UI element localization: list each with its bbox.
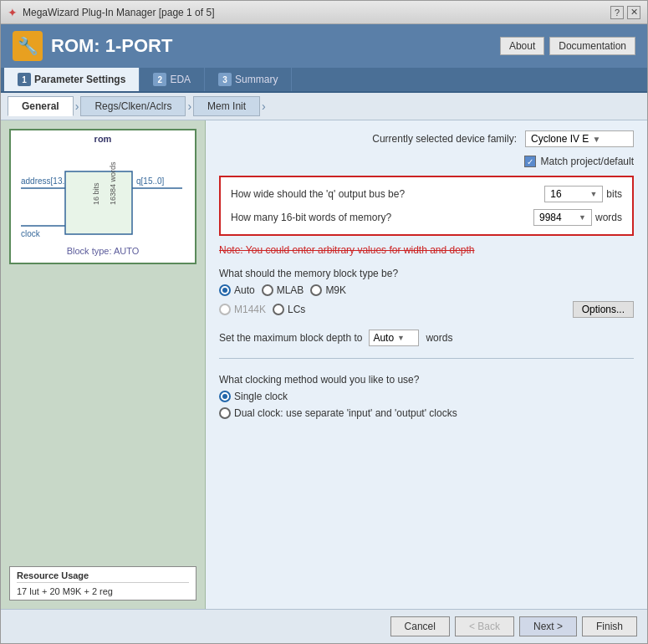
clocking-section: What clocking method would you like to u… — [219, 374, 634, 419]
block-type-label: Block type: AUTO — [18, 246, 188, 256]
svg-text:q[15..0]: q[15..0] — [136, 176, 165, 186]
main-window: ✦ MegaWizard Plug-In Manager [page 1 of … — [0, 0, 648, 644]
radio-dual-clock-button[interactable] — [219, 407, 231, 419]
tab-parameter-settings[interactable]: 1 Parameter Settings — [4, 68, 140, 91]
radio-single-clock-button[interactable] — [219, 391, 231, 402]
header-area: 🔧 ROM: 1-PORT About Documentation — [1, 24, 647, 68]
radio-lcs[interactable]: LCs — [273, 304, 305, 315]
options-button[interactable]: Options... — [573, 301, 634, 318]
svg-text:16384 words: 16384 words — [109, 161, 117, 205]
cancel-button[interactable]: Cancel — [390, 616, 450, 636]
match-project-label: Match project/default — [541, 156, 634, 167]
subtab-label-meminit: Mem Init — [207, 100, 246, 112]
radio-m9k-label: M9K — [325, 284, 346, 296]
next-button[interactable]: Next > — [519, 616, 577, 636]
titlebar: ✦ MegaWizard Plug-In Manager [page 1 of … — [1, 1, 647, 24]
memory-block-options-row2: M144K LCs Options... — [219, 301, 634, 318]
red-params-section: How wide should the 'q' output bus be? 1… — [219, 176, 634, 236]
q-width-right: 16 ▼ bits — [544, 186, 622, 202]
block-diagram-inner: address[13..0] clock 16 bits 16384 words — [18, 151, 188, 243]
app-icon: ✦ — [8, 6, 18, 19]
radio-mlab-label: MLAB — [277, 284, 304, 296]
memory-block-label: What should the memory block type be? — [219, 268, 634, 279]
right-panel: Currently selected device family: Cyclon… — [206, 120, 647, 609]
subtab-navigation: General › Regs/Clken/Aclrs › Mem Init › — [1, 93, 647, 120]
radio-auto[interactable]: Auto — [219, 284, 255, 296]
radio-m144k: M144K — [219, 304, 266, 315]
close-button[interactable]: ✕ — [627, 6, 640, 19]
window-title: MegaWizard Plug-In Manager [page 1 of 5] — [23, 7, 214, 18]
titlebar-left: ✦ MegaWizard Plug-In Manager [page 1 of … — [8, 6, 214, 19]
main-content: rom address[13..0] clock — [1, 120, 647, 609]
svg-text:16 bits: 16 bits — [92, 182, 100, 205]
header-title: 🔧 ROM: 1-PORT — [13, 31, 172, 61]
page-title: ROM: 1-PORT — [51, 35, 172, 57]
radio-single-clock[interactable]: Single clock — [219, 391, 634, 402]
memory-depth-input[interactable]: 9984 ▼ — [533, 209, 592, 226]
resource-usage-text: 17 lut + 20 M9K + 2 reg — [17, 586, 189, 596]
help-button[interactable]: ? — [610, 6, 624, 19]
radio-dual-clock[interactable]: Dual clock: use separate 'input' and 'ou… — [219, 407, 634, 419]
tab-label-2: EDA — [170, 74, 191, 85]
subtab-meminit[interactable]: Mem Init — [193, 96, 260, 116]
radio-auto-button[interactable] — [219, 284, 231, 296]
block-diagram-title: rom — [94, 134, 112, 144]
device-family-arrow: ▼ — [592, 135, 600, 144]
device-family-label: Currently selected device family: — [372, 133, 517, 145]
memory-block-section: What should the memory block type be? Au… — [219, 264, 634, 321]
memory-block-options: Auto MLAB M9K — [219, 284, 634, 296]
q-width-dropdown-arrow: ▼ — [589, 190, 597, 198]
header-buttons: About Documentation — [500, 37, 635, 55]
device-family-select[interactable]: Cyclone IV E ▼ — [525, 130, 634, 147]
subtab-arrow-3: › — [262, 100, 266, 113]
memory-depth-unit: words — [595, 212, 622, 223]
header-icon: 🔧 — [13, 31, 43, 61]
radio-auto-label: Auto — [234, 284, 255, 296]
max-depth-arrow: ▼ — [397, 334, 405, 342]
device-family-value: Cyclone IV E — [531, 133, 589, 145]
about-button[interactable]: About — [500, 37, 544, 55]
tab-num-2: 2 — [153, 73, 166, 86]
back-button[interactable]: < Back — [455, 616, 514, 636]
max-depth-value: Auto — [373, 332, 394, 344]
subtab-label-general: General — [22, 100, 59, 112]
documentation-button[interactable]: Documentation — [549, 37, 635, 55]
finish-button[interactable]: Finish — [582, 616, 637, 636]
svg-text:clock: clock — [21, 229, 41, 238]
radio-m9k[interactable]: M9K — [310, 284, 346, 296]
memory-depth-row: How many 16-bit words of memory? 9984 ▼ … — [231, 209, 622, 226]
max-depth-select[interactable]: Auto ▼ — [369, 330, 419, 346]
clocking-options: Single clock Dual clock: use separate 'i… — [219, 391, 634, 419]
tab-label-3: Summary — [235, 74, 278, 85]
tab-eda[interactable]: 2 EDA — [140, 68, 205, 91]
resource-usage-title: Resource Usage — [17, 570, 189, 583]
tab-label-1: Parameter Settings — [34, 74, 125, 85]
note-text: Note: You could enter arbitrary values f… — [219, 244, 634, 256]
subtab-regs[interactable]: Regs/Clken/Aclrs — [80, 96, 186, 116]
checkbox-check: ✓ — [527, 157, 533, 166]
left-panel: rom address[13..0] clock — [1, 120, 206, 609]
device-family-row: Currently selected device family: Cyclon… — [219, 130, 634, 147]
memory-depth-right: 9984 ▼ words — [533, 209, 622, 226]
subtab-arrow-2: › — [187, 100, 191, 113]
q-width-input[interactable]: 16 ▼ — [544, 186, 603, 202]
max-depth-unit: words — [426, 332, 452, 344]
radio-lcs-button[interactable] — [273, 304, 284, 315]
radio-lcs-label: LCs — [288, 304, 305, 315]
radio-m9k-button[interactable] — [310, 284, 322, 296]
q-width-label: How wide should the 'q' output bus be? — [231, 188, 405, 200]
radio-single-clock-label: Single clock — [234, 391, 288, 402]
subtab-general[interactable]: General — [8, 96, 74, 116]
tab-num-1: 1 — [18, 73, 31, 86]
memory-depth-label: How many 16-bit words of memory? — [231, 212, 391, 223]
radio-mlab[interactable]: MLAB — [262, 284, 304, 296]
radio-mlab-button[interactable] — [262, 284, 273, 296]
block-diagram: rom address[13..0] clock — [9, 129, 196, 264]
radio-dual-clock-label: Dual clock: use separate 'input' and 'ou… — [234, 407, 457, 419]
radio-m144k-label: M144K — [234, 304, 266, 315]
subtab-arrow-1: › — [75, 100, 79, 113]
match-project-checkbox[interactable]: ✓ — [524, 156, 536, 167]
tab-summary[interactable]: 3 Summary — [205, 68, 292, 91]
max-depth-row: Set the maximum block depth to Auto ▼ wo… — [219, 330, 634, 346]
q-width-unit: bits — [606, 188, 622, 200]
